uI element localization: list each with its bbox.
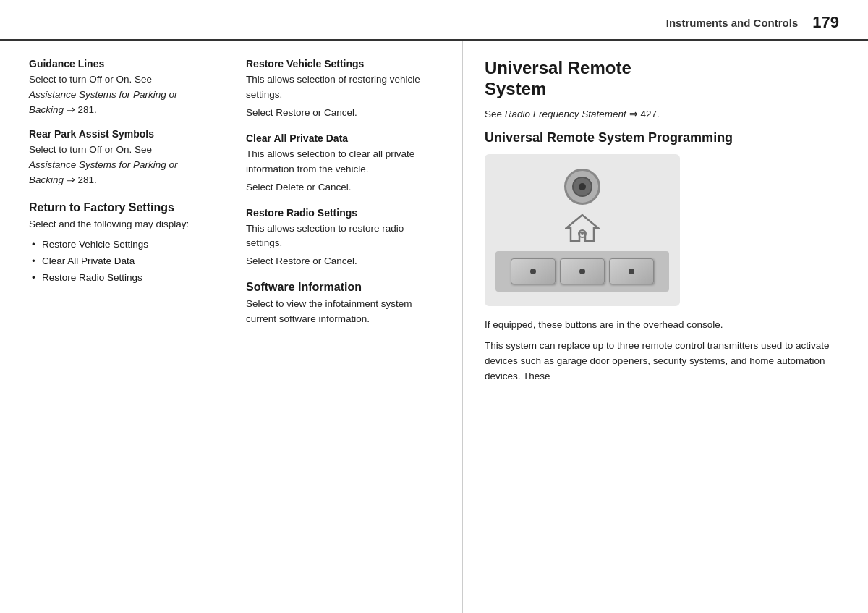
- restore-vehicle-body1: This allows selection of restoring vehic…: [246, 72, 441, 103]
- guidance-lines-body: Select to turn Off or On. See Assistance…: [29, 72, 202, 118]
- page-container: Instruments and Controls 179 Guidance Li…: [0, 0, 868, 613]
- guidance-lines-italic: Assistance Systems for Parking or Backin…: [29, 89, 178, 115]
- restore-radio-body2: Select Restore or Cancel.: [246, 254, 441, 269]
- remote-top: [564, 169, 600, 242]
- radio-freq-italic: Radio Frequency Statement: [505, 109, 626, 119]
- return-factory-list: Restore Vehicle Settings Clear All Priva…: [29, 237, 202, 286]
- remote-btn-2: [560, 258, 605, 284]
- rear-park-heading: Rear Park Assist Symbols: [29, 128, 202, 140]
- remote-buttons-row: [495, 251, 669, 292]
- remote-btn-2-dot: [579, 269, 585, 274]
- list-item-restore-radio: Restore Radio Settings: [29, 271, 202, 286]
- return-factory-heading: Return to Factory Settings: [29, 201, 202, 214]
- header-title: Instruments and Controls: [666, 17, 799, 29]
- remote-circle-button: [564, 169, 600, 205]
- rear-park-body: Select to turn Off or On. See Assistance…: [29, 143, 202, 188]
- clear-private-body2: Select Delete or Cancel.: [246, 180, 441, 195]
- house-icon: [565, 212, 600, 242]
- list-item-restore-vehicle: Restore Vehicle Settings: [29, 237, 202, 253]
- software-info-body: Select to view the infotainment system c…: [246, 297, 441, 327]
- clear-private-body1: This allows selection to clear all priva…: [246, 147, 441, 177]
- remote-btn-1-dot: [530, 269, 536, 274]
- software-info-heading: Software Information: [246, 281, 441, 294]
- column-middle: Restore Vehicle Settings This allows sel…: [224, 41, 463, 613]
- remote-circle-inner: [572, 177, 592, 197]
- page-number: 179: [812, 13, 839, 32]
- programming-heading: Universal Remote System Programming: [485, 130, 839, 146]
- content-area: Guidance Lines Select to turn Off or On.…: [0, 41, 868, 613]
- remote-btn-3: [609, 258, 654, 284]
- list-item-clear-private: Clear All Private Data: [29, 254, 202, 269]
- restore-vehicle-heading: Restore Vehicle Settings: [246, 58, 441, 69]
- restore-radio-heading: Restore Radio Settings: [246, 207, 441, 219]
- remote-btn-1: [511, 258, 556, 284]
- column-left: Guidance Lines Select to turn Off or On.…: [0, 41, 224, 613]
- radio-freq-text: See Radio Frequency Statement ⇒ 427.: [485, 107, 839, 122]
- page-header: Instruments and Controls 179: [0, 0, 868, 41]
- guidance-lines-heading: Guidance Lines: [29, 58, 202, 69]
- remote-control-image: [485, 154, 680, 306]
- svg-point-2: [581, 232, 584, 235]
- system-replace-text: This system can replace up to three remo…: [485, 339, 839, 384]
- remote-circle-dot: [579, 183, 586, 190]
- universal-remote-heading: Universal RemoteSystem: [485, 58, 839, 100]
- overhead-console-text: If equipped, these buttons are in the ov…: [485, 318, 839, 333]
- remote-btn-3-dot: [629, 269, 634, 274]
- restore-vehicle-body2: Select Restore or Cancel.: [246, 106, 441, 121]
- rear-park-italic: Assistance Systems for Parking or Backin…: [29, 159, 178, 185]
- column-right: Universal RemoteSystem See Radio Frequen…: [463, 41, 868, 613]
- return-factory-body: Select and the following may display:: [29, 217, 202, 232]
- clear-private-heading: Clear All Private Data: [246, 132, 441, 144]
- restore-radio-body1: This allows selection to restore radio s…: [246, 221, 441, 252]
